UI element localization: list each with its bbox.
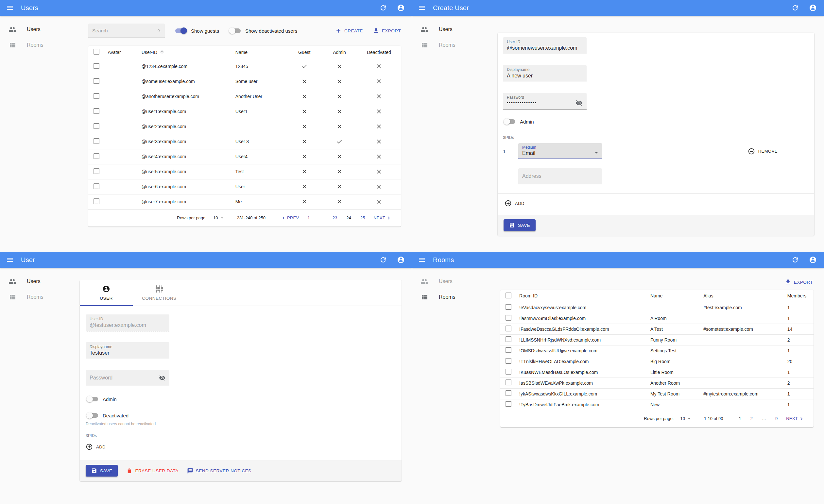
- sidebar-item-rooms[interactable]: Rooms: [412, 289, 496, 305]
- table-row[interactable]: @anotheruser:example.comAnother User: [88, 89, 401, 104]
- password-field[interactable]: [86, 370, 169, 386]
- table-row[interactable]: @user5:example.comTest: [88, 164, 401, 179]
- page-number[interactable]: 9: [775, 416, 778, 421]
- col-header-alias[interactable]: Alias: [700, 290, 784, 302]
- row-checkbox[interactable]: [94, 199, 99, 204]
- rows-per-page-select[interactable]: 10: [213, 215, 225, 221]
- export-button[interactable]: EXPORT: [785, 279, 813, 285]
- col-header-admin[interactable]: Admin: [322, 46, 357, 59]
- row-checkbox[interactable]: [506, 304, 511, 310]
- tab-connections[interactable]: CONNECTIONS: [133, 280, 186, 305]
- send-server-notices-button[interactable]: SEND SERVER NOTICES: [187, 468, 251, 474]
- admin-switch[interactable]: [86, 396, 99, 402]
- table-row[interactable]: @user3:example.comUser 3: [88, 134, 401, 149]
- row-checkbox[interactable]: [506, 326, 511, 332]
- menu-icon[interactable]: [6, 256, 14, 264]
- row-checkbox[interactable]: [94, 93, 99, 99]
- address-input[interactable]: [522, 173, 598, 179]
- user-id-field[interactable]: User-ID @somenewuser:example.com: [503, 37, 587, 54]
- password-input[interactable]: [90, 375, 159, 381]
- row-checkbox[interactable]: [94, 123, 99, 129]
- menu-icon[interactable]: [6, 4, 14, 12]
- row-checkbox[interactable]: [94, 153, 99, 159]
- col-header-deactivated[interactable]: Deactivated: [357, 46, 401, 59]
- export-button[interactable]: EXPORT: [373, 27, 401, 34]
- row-checkbox[interactable]: [94, 78, 99, 84]
- table-row[interactable]: @user1:example.comUser1: [88, 104, 401, 119]
- account-icon[interactable]: [397, 4, 405, 12]
- displayname-field[interactable]: Displayname Testuser: [86, 342, 169, 359]
- menu-icon[interactable]: [418, 256, 426, 264]
- search-field[interactable]: [88, 23, 165, 38]
- col-header-room-id[interactable]: Room-ID: [516, 290, 647, 302]
- table-row[interactable]: @user7:example.comMe: [88, 194, 401, 209]
- account-icon[interactable]: [397, 256, 405, 264]
- next-page-button[interactable]: NEXT: [786, 416, 804, 422]
- remove-threepid-button[interactable]: REMOVE: [748, 148, 778, 155]
- page-number[interactable]: 25: [360, 215, 365, 220]
- col-header-members[interactable]: Members: [784, 290, 814, 302]
- page-number[interactable]: 1: [307, 215, 310, 220]
- sidebar-item-users[interactable]: Users: [0, 22, 84, 37]
- visibility-off-icon[interactable]: [576, 99, 583, 107]
- table-row[interactable]: !LLIMSSNHrhRjsdWNXsd:example.comFunny Ro…: [500, 334, 814, 345]
- page-number[interactable]: 2: [750, 416, 753, 421]
- page-number[interactable]: 23: [332, 215, 337, 220]
- address-field[interactable]: [518, 168, 602, 184]
- medium-select[interactable]: Medium Email: [518, 143, 602, 159]
- account-icon[interactable]: [809, 4, 817, 12]
- select-all-checkbox[interactable]: [94, 49, 99, 54]
- row-checkbox[interactable]: [506, 347, 511, 353]
- row-checkbox[interactable]: [506, 315, 511, 321]
- sidebar-item-users[interactable]: Users: [0, 274, 82, 289]
- row-checkbox[interactable]: [94, 168, 99, 174]
- show-deactivated-switch[interactable]: [229, 27, 241, 34]
- table-row[interactable]: !asSBSlsdWEvaXwPk:example.comAnother Roo…: [500, 378, 814, 388]
- table-row[interactable]: !eVasdacvxysewus:example.com#test:exampl…: [500, 302, 814, 313]
- table-row[interactable]: @12345:example.com12345: [88, 59, 401, 74]
- row-checkbox[interactable]: [506, 390, 511, 396]
- next-page-button[interactable]: NEXT: [374, 215, 392, 221]
- sidebar-item-rooms[interactable]: Rooms: [412, 37, 496, 53]
- show-guests-switch[interactable]: [175, 27, 187, 34]
- row-checkbox[interactable]: [506, 369, 511, 375]
- table-row[interactable]: !OMSDsdweassIlUUjjwe:example.comSettings…: [500, 345, 814, 356]
- table-row[interactable]: @user6:example.comUser: [88, 179, 401, 194]
- password-field[interactable]: Password ••••••••••••••••: [503, 93, 587, 110]
- table-row[interactable]: !ykAStwxasdwsKkxGILL:example.comMy Test …: [500, 388, 814, 399]
- save-button[interactable]: SAVE: [86, 465, 118, 477]
- row-checkbox[interactable]: [94, 63, 99, 69]
- col-header-user-id[interactable]: User-ID: [138, 46, 232, 59]
- row-checkbox[interactable]: [94, 108, 99, 114]
- col-header-guest[interactable]: Guest: [287, 46, 322, 59]
- col-header-name[interactable]: Name: [232, 46, 287, 59]
- menu-icon[interactable]: [418, 4, 426, 12]
- table-row[interactable]: !lasmnwASmDllasi:example.comA Room1: [500, 313, 814, 324]
- erase-user-data-button[interactable]: ERASE USER DATA: [126, 468, 178, 474]
- create-button[interactable]: CREATE: [335, 27, 363, 34]
- search-input[interactable]: [92, 28, 157, 33]
- rows-per-page-select[interactable]: 10: [680, 416, 692, 422]
- row-checkbox[interactable]: [94, 138, 99, 144]
- refresh-icon[interactable]: [791, 4, 799, 12]
- row-checkbox[interactable]: [94, 183, 99, 189]
- table-row[interactable]: @user4:example.comUser4: [88, 149, 401, 164]
- row-checkbox[interactable]: [506, 336, 511, 342]
- prev-page-button[interactable]: PREV: [281, 215, 299, 221]
- sidebar-item-users[interactable]: Users: [412, 22, 496, 37]
- row-checkbox[interactable]: [506, 379, 511, 385]
- account-icon[interactable]: [809, 256, 817, 264]
- table-row[interactable]: @someuser:example.comSome user: [88, 74, 401, 89]
- row-checkbox[interactable]: [506, 358, 511, 364]
- displayname-field[interactable]: Displayname A new user: [503, 65, 587, 82]
- row-checkbox[interactable]: [506, 401, 511, 407]
- sidebar-item-rooms[interactable]: Rooms: [0, 37, 84, 53]
- save-button[interactable]: SAVE: [504, 219, 536, 231]
- table-row[interactable]: @user2:example.com: [88, 119, 401, 134]
- table-row[interactable]: !TTnlslkHHweOLAD:example.comBig Room20: [500, 356, 814, 367]
- sidebar-item-users[interactable]: Users: [412, 274, 496, 289]
- table-row[interactable]: !TyBasDmweIJdfFaeBmk:example.comNew1: [500, 399, 814, 410]
- table-row[interactable]: !FasdweDssccaGLdsFRddsOl:example.comA Te…: [500, 324, 814, 334]
- refresh-icon[interactable]: [379, 256, 387, 264]
- tab-user[interactable]: USER: [80, 280, 133, 305]
